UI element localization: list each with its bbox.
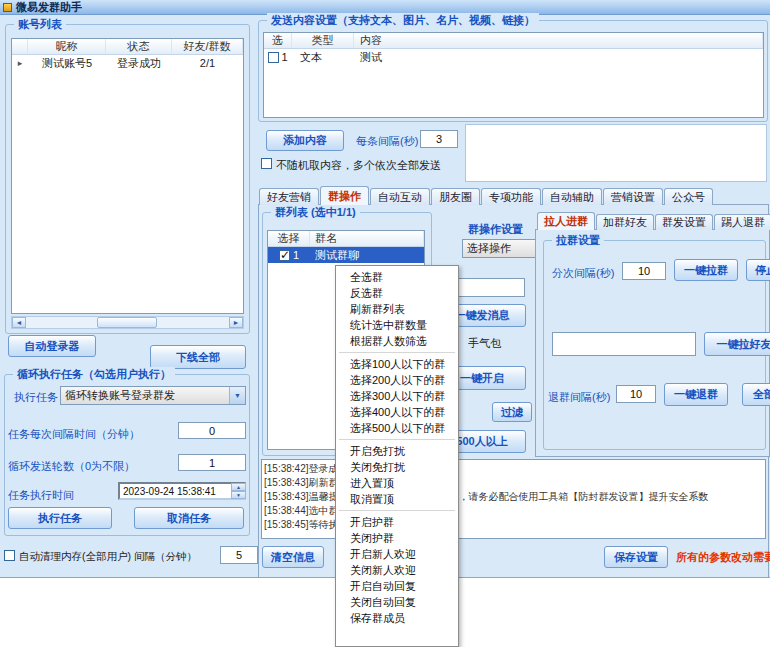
invite-friend-button[interactable]: 一键拉好友 [704,332,770,356]
add-content-button[interactable]: 添加内容 [266,130,344,151]
account-nick: 测试账号5 [28,56,106,71]
quit-group-button[interactable]: 一键退群 [664,383,728,406]
menu-item-15[interactable]: 取消置顶 [336,491,458,507]
menu-item-21[interactable]: 开启自动回复 [336,578,458,594]
group-row-checkbox[interactable] [279,250,290,261]
pull-tab-2[interactable]: 群发设置 [655,214,713,230]
group-ops-label: 群操作设置 [468,222,523,237]
content-col-content[interactable]: 内容 [354,33,763,48]
task-rounds-label: 循环发送轮数（0为不限） [8,459,135,474]
main-tab-7[interactable]: 公众号 [664,188,713,205]
menu-item-14[interactable]: 进入置顶 [336,475,458,491]
main-tab-1[interactable]: 群操作 [320,186,369,205]
pull-group-button[interactable]: 一键拉群 [674,259,738,281]
pull-tab-3[interactable]: 踢人退群 [714,214,770,230]
window-title: 微易发群助手 [16,0,82,15]
accounts-hscroll-thumb[interactable] [97,317,157,328]
quit-all-button[interactable]: 全部 [742,383,770,406]
menu-item-7[interactable]: 选择200人以下的群 [336,372,458,388]
group-row[interactable]: 1 测试群聊 [268,247,424,263]
menu-item-4[interactable]: 根据群人数筛选 [336,333,458,349]
chevron-down-icon[interactable]: ▼ [229,387,245,404]
cancel-task-button[interactable]: 取消任务 [134,507,244,529]
content-table[interactable]: 选 类型 内容 1 文本 测试 [263,32,764,118]
screen: 微易发群助手 账号列表 昵称 状态 好友/群数 ▸ 测试账号5 登录成功 2/1… [0,0,770,647]
menu-item-0[interactable]: 全选群 [336,269,458,285]
filter-button[interactable]: 过滤 [492,402,532,422]
pull-tab-1[interactable]: 加群好友 [596,214,654,230]
account-count: 2/1 [172,57,243,69]
pull-target-input[interactable] [552,332,696,356]
menu-item-20[interactable]: 关闭新人欢迎 [336,562,458,578]
menu-item-17[interactable]: 开启护群 [336,514,458,530]
menu-item-2[interactable]: 刷新群列表 [336,301,458,317]
gap-input[interactable]: 3 [420,130,458,148]
task-rounds-input[interactable]: 1 [178,454,246,471]
menu-item-3[interactable]: 统计选中群数量 [336,317,458,333]
group-col-name[interactable]: 群名 [310,231,424,246]
pull-tab-0[interactable]: 拉人进群 [537,212,595,230]
content-col-select[interactable]: 选 [264,33,292,48]
auto-login-button[interactable]: 自动登录器 [8,335,96,357]
main-tab-5[interactable]: 自动辅助 [542,188,602,205]
save-settings-button[interactable]: 保存设置 [604,546,668,568]
menu-item-18[interactable]: 关闭护群 [336,530,458,546]
accounts-col-count[interactable]: 好友/群数 [172,39,243,54]
scroll-right-icon[interactable]: ► [229,317,243,328]
stop-pull-button[interactable]: 停止 [746,259,770,281]
scroll-left-icon[interactable]: ◄ [12,317,26,328]
clear-log-button[interactable]: 清空信息 [262,546,324,568]
account-status: 登录成功 [106,56,172,71]
exec-task-label: 执行任务 [14,390,58,405]
spinner-up-icon[interactable]: ▲ [231,483,246,491]
menu-item-10[interactable]: 选择500人以下的群 [336,420,458,436]
memory-clean-checkbox[interactable] [4,550,15,561]
content-row-checkbox[interactable] [268,52,279,63]
menu-item-22[interactable]: 关闭自动回复 [336,594,458,610]
group-col-select[interactable]: 选择 [268,231,310,246]
main-tab-2[interactable]: 自动互动 [370,188,430,205]
menu-item-6[interactable]: 选择100人以下的群 [336,356,458,372]
main-tab-4[interactable]: 专项功能 [481,188,541,205]
accounts-hscroll-track[interactable] [26,317,229,328]
menu-item-23[interactable]: 保存群成员 [336,610,458,626]
group-row-select-cell: 1 [268,249,310,261]
accounts-hscrollbar[interactable]: ◄ ► [11,316,244,329]
memory-clean-label: 自动清理内存(全部用户) 间隔（分钟） [19,550,197,564]
accounts-col-nick[interactable]: 昵称 [28,39,106,54]
main-tab-0[interactable]: 好友营销 [259,188,319,205]
menu-item-13[interactable]: 关闭免打扰 [336,459,458,475]
menu-item-1[interactable]: 反选群 [336,285,458,301]
quit-gap-input[interactable]: 10 [616,385,656,403]
task-time-input[interactable]: 2023-09-24 15:38:41 [118,482,246,500]
account-row[interactable]: ▸ 测试账号5 登录成功 2/1 [12,55,243,71]
memory-interval-input[interactable]: 5 [220,546,258,564]
menu-item-19[interactable]: 开启新人欢迎 [336,546,458,562]
group-list-title: 群列表 (选中1/1) [271,205,360,220]
main-tab-3[interactable]: 朋友圈 [431,188,480,205]
run-task-button[interactable]: 执行任务 [8,507,112,529]
content-row-index: 1 [281,51,287,63]
pull-gap-input[interactable]: 10 [622,262,666,280]
content-row-select-cell: 1 [264,51,292,63]
accounts-table[interactable]: 昵称 状态 好友/群数 ▸ 测试账号5 登录成功 2/1 [11,38,244,314]
exec-task-value: 循环转换账号登录群发 [61,387,229,404]
random-content-checkbox[interactable] [261,158,272,169]
pull-tab-strip: 拉人进群加群好友群发设置踢人退群定时 [537,212,770,230]
content-col-type[interactable]: 类型 [292,33,354,48]
content-row[interactable]: 1 文本 测试 [264,49,763,65]
menu-item-9[interactable]: 选择400人以下的群 [336,404,458,420]
offline-all-button[interactable]: 下线全部 [150,345,246,369]
task-time-spinner[interactable]: ▲ ▼ [231,483,246,499]
middle-search-input[interactable] [455,278,525,297]
menu-item-12[interactable]: 开启免打扰 [336,443,458,459]
task-interval-input[interactable]: 0 [178,422,246,439]
main-tab-6[interactable]: 营销设置 [603,188,663,205]
accounts-col-status[interactable]: 状态 [106,39,172,54]
quit-gap-label: 退群间隔(秒) [548,390,610,405]
task-interval-label: 任务每次间隔时间（分钟） [8,427,140,442]
menu-item-8[interactable]: 选择300人以下的群 [336,388,458,404]
exec-task-select[interactable]: 循环转换账号登录群发 ▼ [60,386,246,405]
gap-label: 每条间隔(秒) [356,134,418,149]
spinner-down-icon[interactable]: ▼ [231,491,246,499]
